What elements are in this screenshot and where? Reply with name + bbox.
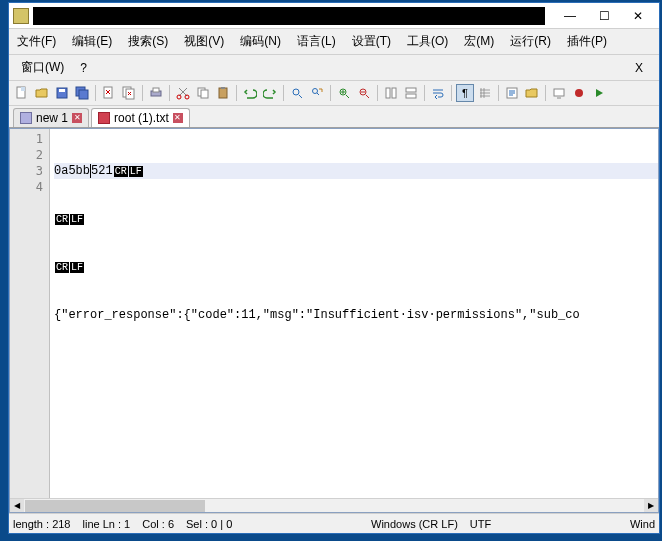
editor-window: — ☐ ✕ 文件(F) 编辑(E) 搜索(S) 视图(V) 编码(N) 语言(L… — [8, 2, 660, 534]
find-icon[interactable] — [288, 84, 306, 102]
minimize-button[interactable]: — — [553, 4, 587, 28]
menu-language[interactable]: 语言(L) — [293, 31, 340, 52]
menu-window[interactable]: 窗口(W) — [17, 57, 68, 78]
status-eol: Windows (CR LF) — [371, 518, 458, 530]
status-encoding: UTF — [470, 518, 491, 530]
svg-rect-24 — [406, 94, 416, 98]
indent-guide-icon[interactable] — [476, 84, 494, 102]
separator — [169, 85, 170, 101]
tab-close-icon[interactable]: ✕ — [173, 113, 183, 123]
menubar-row2: 窗口(W) ? X — [9, 55, 659, 81]
tab-label: root (1).txt — [114, 111, 169, 125]
window-title — [33, 7, 545, 25]
scroll-left-icon[interactable]: ◀ — [10, 499, 24, 513]
svg-point-27 — [575, 89, 583, 97]
svg-rect-10 — [153, 88, 159, 92]
statusbar: length : 218 line Ln : 1 Col : 6 Sel : 0… — [9, 513, 659, 533]
file-icon — [20, 112, 32, 124]
cut-icon[interactable] — [174, 84, 192, 102]
sync-h-icon[interactable] — [402, 84, 420, 102]
zoom-in-icon[interactable] — [335, 84, 353, 102]
svg-rect-23 — [406, 88, 416, 92]
svg-rect-3 — [59, 89, 65, 92]
menu-tools[interactable]: 工具(O) — [403, 31, 452, 52]
open-file-icon[interactable] — [33, 84, 51, 102]
code-line: {"error_response":{"code":11,"msg":"Insu… — [54, 307, 658, 323]
svg-rect-5 — [79, 90, 88, 99]
menu-settings[interactable]: 设置(T) — [348, 31, 395, 52]
separator — [498, 85, 499, 101]
menu-plugins[interactable]: 插件(P) — [563, 31, 611, 52]
lf-symbol: LF — [129, 166, 143, 177]
svg-point-17 — [293, 89, 299, 95]
menu-view[interactable]: 视图(V) — [180, 31, 228, 52]
record-macro-icon[interactable] — [570, 84, 588, 102]
maximize-button[interactable]: ☐ — [587, 4, 621, 28]
print-icon[interactable] — [147, 84, 165, 102]
new-file-icon[interactable] — [13, 84, 31, 102]
play-macro-icon[interactable] — [590, 84, 608, 102]
function-list-icon[interactable] — [503, 84, 521, 102]
toolbar: ¶ — [9, 81, 659, 106]
status-sel: Sel : 0 | 0 — [186, 518, 232, 530]
tab-root1[interactable]: root (1).txt ✕ — [91, 108, 190, 127]
titlebar[interactable]: — ☐ ✕ — [9, 3, 659, 29]
close-doc-button[interactable]: X — [627, 61, 651, 75]
tab-close-icon[interactable]: ✕ — [72, 113, 82, 123]
separator — [236, 85, 237, 101]
separator — [424, 85, 425, 101]
close-button[interactable]: ✕ — [621, 4, 655, 28]
scroll-thumb[interactable] — [25, 500, 205, 512]
code-line: CRLF — [54, 259, 658, 275]
svg-rect-16 — [221, 87, 225, 89]
line-number: 4 — [12, 179, 43, 195]
tab-label: new 1 — [36, 111, 68, 125]
close-all-icon[interactable] — [120, 84, 138, 102]
status-ins: Wind — [630, 518, 655, 530]
cr-symbol: CR — [55, 214, 69, 225]
tab-new1[interactable]: new 1 ✕ — [13, 108, 89, 127]
menu-run[interactable]: 运行(R) — [506, 31, 555, 52]
save-all-icon[interactable] — [73, 84, 91, 102]
copy-icon[interactable] — [194, 84, 212, 102]
code-line: CRLF — [54, 211, 658, 227]
separator — [377, 85, 378, 101]
code-area[interactable]: 0a5bb521CRLF CRLF CRLF {"error_response"… — [50, 129, 658, 512]
svg-rect-15 — [219, 88, 227, 98]
sync-v-icon[interactable] — [382, 84, 400, 102]
replace-icon[interactable] — [308, 84, 326, 102]
horizontal-scrollbar[interactable]: ◀ ▶ — [10, 498, 658, 512]
menu-edit[interactable]: 编辑(E) — [68, 31, 116, 52]
window-buttons: — ☐ ✕ — [553, 4, 655, 28]
monitor-icon[interactable] — [550, 84, 568, 102]
scroll-right-icon[interactable]: ▶ — [644, 499, 658, 513]
menu-macro[interactable]: 宏(M) — [460, 31, 498, 52]
save-icon[interactable] — [53, 84, 71, 102]
code-line: 0a5bb521CRLF — [54, 163, 658, 179]
cr-symbol: CR — [114, 166, 128, 177]
svg-rect-26 — [554, 89, 564, 96]
menu-encoding[interactable]: 编码(N) — [236, 31, 285, 52]
separator — [283, 85, 284, 101]
folder-panel-icon[interactable] — [523, 84, 541, 102]
menu-search[interactable]: 搜索(S) — [124, 31, 172, 52]
zoom-out-icon[interactable] — [355, 84, 373, 102]
line-number: 2 — [12, 147, 43, 163]
close-file-icon[interactable] — [100, 84, 118, 102]
undo-icon[interactable] — [241, 84, 259, 102]
menubar: 文件(F) 编辑(E) 搜索(S) 视图(V) 编码(N) 语言(L) 设置(T… — [9, 29, 659, 55]
redo-icon[interactable] — [261, 84, 279, 102]
menu-help[interactable]: ? — [76, 59, 91, 77]
wordwrap-icon[interactable] — [429, 84, 447, 102]
lf-symbol: LF — [70, 214, 84, 225]
code-text: {"error_response":{"code":11,"msg":"Insu… — [54, 308, 580, 322]
line-number: 1 — [12, 131, 43, 147]
paste-icon[interactable] — [214, 84, 232, 102]
menu-file[interactable]: 文件(F) — [13, 31, 60, 52]
separator — [545, 85, 546, 101]
line-gutter: 1 2 3 4 — [10, 129, 50, 512]
cr-symbol: CR — [55, 262, 69, 273]
separator — [95, 85, 96, 101]
show-all-chars-icon[interactable]: ¶ — [456, 84, 474, 102]
code-text: 521 — [91, 164, 113, 178]
